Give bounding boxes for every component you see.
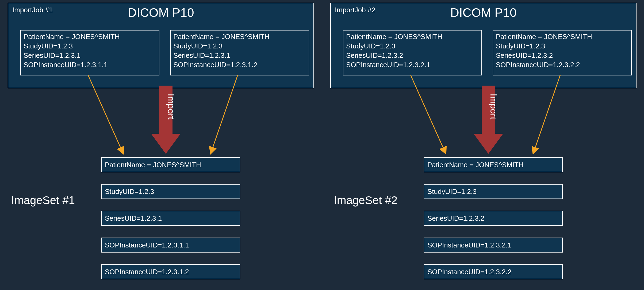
- imageset-2-row: SOPInstanceUID=1.2.3.2.1: [424, 238, 563, 253]
- imageset-1-row: SOPInstanceUID=1.2.3.1.2: [101, 264, 240, 279]
- imageset-2-row: SOPInstanceUID=1.2.3.2.2: [424, 264, 563, 279]
- importjob-2-entry-2: PatientName = JONES^SMITH StudyUID=1.2.3…: [493, 30, 632, 75]
- importjob-2-title: DICOM P10: [331, 5, 636, 20]
- imageset-1-row: SeriesUID=1.2.3.1: [101, 211, 240, 226]
- entry-line: PatientName = JONES^SMITH: [496, 32, 628, 41]
- imageset-1-row: PatientName = JONES^SMITH: [101, 157, 240, 172]
- imageset-1-label: ImageSet #1: [11, 194, 75, 207]
- import-arrow-icon: Import: [150, 86, 182, 155]
- entry-line: StudyUID=1.2.3: [496, 41, 628, 51]
- entry-line: SOPInstanceUID=1.2.3.1.2: [173, 60, 306, 70]
- imageset-2-row: StudyUID=1.2.3: [424, 184, 563, 199]
- importjob-1-entry-1: PatientName = JONES^SMITH StudyUID=1.2.3…: [20, 30, 159, 75]
- imageset-1-row: StudyUID=1.2.3: [101, 184, 240, 199]
- entry-line: SeriesUID=1.2.3.1: [173, 51, 306, 60]
- entry-line: PatientName = JONES^SMITH: [173, 32, 306, 41]
- entry-line: SOPInstanceUID=1.2.3.1.1: [24, 60, 156, 70]
- entry-line: SeriesUID=1.2.3.2: [496, 51, 628, 60]
- entry-line: SOPInstanceUID=1.2.3.2.1: [346, 60, 479, 70]
- imageset-2-row: PatientName = JONES^SMITH: [424, 157, 563, 172]
- imageset-2-label: ImageSet #2: [334, 194, 397, 207]
- svg-line-5: [534, 75, 560, 152]
- entry-line: StudyUID=1.2.3: [173, 41, 306, 51]
- entry-line: SOPInstanceUID=1.2.3.2.2: [496, 60, 628, 70]
- imageset-1-row: SOPInstanceUID=1.2.3.1.1: [101, 238, 240, 253]
- svg-line-2: [211, 75, 238, 152]
- importjob-1-title: DICOM P10: [8, 5, 313, 20]
- entry-line: PatientName = JONES^SMITH: [24, 32, 156, 41]
- import-arrow-icon: Import: [472, 86, 504, 155]
- entry-line: StudyUID=1.2.3: [346, 41, 479, 51]
- svg-line-4: [411, 75, 445, 152]
- entry-line: StudyUID=1.2.3: [24, 41, 156, 51]
- imageset-2-row: SeriesUID=1.2.3.2: [424, 211, 563, 226]
- importjob-1-entry-2: PatientName = JONES^SMITH StudyUID=1.2.3…: [170, 30, 309, 75]
- entry-line: SeriesUID=1.2.3.1: [24, 51, 156, 60]
- entry-line: SeriesUID=1.2.3.2: [346, 51, 479, 60]
- svg-line-1: [88, 75, 123, 152]
- entry-line: PatientName = JONES^SMITH: [346, 32, 479, 41]
- import-label: Import: [166, 94, 176, 120]
- import-label: Import: [489, 94, 499, 120]
- importjob-2-entry-1: PatientName = JONES^SMITH StudyUID=1.2.3…: [343, 30, 482, 75]
